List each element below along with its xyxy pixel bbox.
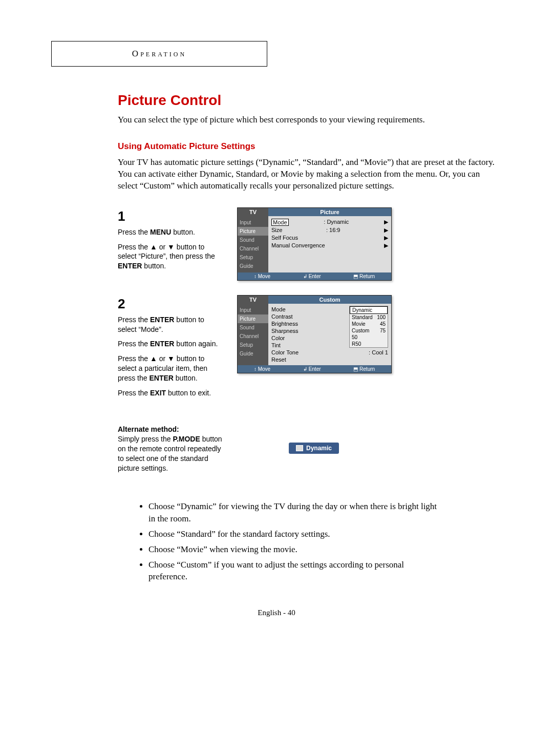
submenu-val: 100 xyxy=(377,314,386,320)
osd-side-item: Guide xyxy=(238,262,268,270)
osd-legend: ↕ Move ↲ Enter ⬒ Return xyxy=(238,272,391,280)
alternate-method: Alternate method: Simply press the P.MOD… xyxy=(118,417,502,480)
osd-sidebar: Input Picture Sound Channel Setup Guide xyxy=(238,216,268,272)
picture-icon xyxy=(296,445,303,451)
text: Press the xyxy=(118,340,150,348)
osd-side-item: Input xyxy=(238,306,268,314)
osd-legend-item: ⬒ Return xyxy=(353,274,375,279)
list-item: Choose “Custom” if you want to adjust th… xyxy=(148,559,502,583)
text: Simply press the xyxy=(118,435,173,443)
text: button again. xyxy=(174,340,218,348)
osd-row-label: Mode xyxy=(271,306,286,312)
intro-text: You can select the type of picture which… xyxy=(118,114,502,126)
osd-side-item: Guide xyxy=(238,349,268,358)
submenu-val: 75 xyxy=(380,328,386,333)
osd-row-label: Color xyxy=(271,335,285,341)
osd-side-item: Picture xyxy=(238,314,268,323)
osd-row-label: Tint xyxy=(271,342,281,348)
osd-row-label: Self Focus xyxy=(271,235,298,241)
osd-side-item: Channel xyxy=(238,244,268,253)
osd-row-label: Color Tone xyxy=(271,349,299,355)
osd-screenshot-1: TV Picture Input Picture Sound Channel S… xyxy=(237,207,392,281)
osd-row-label: Reset xyxy=(271,356,286,363)
text: Press the xyxy=(118,389,150,397)
subheading: Using Automatic Picture Settings xyxy=(118,141,502,152)
osd-row-value: : Dynamic xyxy=(324,219,349,226)
osd-side-item: Input xyxy=(238,218,268,227)
step-number: 2 xyxy=(118,295,223,313)
text: button. xyxy=(174,374,198,382)
submenu-val: 50 xyxy=(352,334,357,340)
osd-row-value: : Cool 1 xyxy=(369,349,388,355)
alt-heading: Alternate method: xyxy=(118,425,179,433)
osd-legend-item: ↲ Enter xyxy=(303,366,321,372)
text: Press the xyxy=(118,316,150,324)
osd-title: Picture xyxy=(268,208,391,216)
mode-submenu: Dynamic Standard100 Movie45 Custom75 50 … xyxy=(349,306,388,348)
enter-button-label: ENTER xyxy=(150,316,174,324)
submenu-item: Standard xyxy=(352,314,373,320)
submenu-item: Dynamic xyxy=(352,307,372,313)
osd-screenshot-2: TV Custom Input Picture Sound Channel Se… xyxy=(237,295,392,373)
submenu-val: R50 xyxy=(352,341,361,347)
osd-row-value: : 16:9 xyxy=(326,227,341,234)
osd-legend-item: ↕ Move xyxy=(254,366,270,372)
osd-side-item: Channel xyxy=(238,332,268,341)
body-text: Your TV has automatic picture settings (… xyxy=(118,157,502,192)
osd-row-label: Manual Convergence xyxy=(271,242,325,249)
step-number: 1 xyxy=(118,207,223,225)
submenu-val: 45 xyxy=(380,321,386,327)
enter-button-label: ENTER xyxy=(150,340,174,348)
osd-row-label: Contrast xyxy=(271,313,293,320)
enter-button-label: ENTER xyxy=(118,262,142,270)
text: Press the xyxy=(118,228,150,236)
submenu-item: Custom xyxy=(352,328,369,333)
badge-label: Dynamic xyxy=(306,445,332,452)
submenu-item: Movie xyxy=(352,321,366,327)
section-header: Operation xyxy=(51,41,267,67)
pmode-button-label: P.MODE xyxy=(173,435,200,443)
osd-side-item: Setup xyxy=(238,253,268,262)
enter-button-label: ENTER xyxy=(149,374,173,382)
text: button. xyxy=(171,228,195,236)
osd-legend: ↕ Move ↲ Enter ⬒ Return xyxy=(238,365,391,373)
caret-right-icon: ▶ xyxy=(384,235,388,241)
page-title: Picture Control xyxy=(118,92,502,109)
text: Press the ▲ or ▼ button to select “Pictu… xyxy=(118,243,215,261)
notes-list: Choose “Dynamic” for viewing the TV duri… xyxy=(128,500,502,583)
osd-legend-item: ⬒ Return xyxy=(353,366,375,372)
exit-button-label: EXIT xyxy=(150,389,166,397)
menu-button-label: MENU xyxy=(150,228,171,236)
picture-mode-badge: Dynamic xyxy=(289,443,339,454)
osd-row-label: Mode xyxy=(271,219,289,226)
list-item: Choose “Movie” when viewing the movie. xyxy=(148,543,502,556)
osd-source: TV xyxy=(238,296,268,304)
text: button to exit. xyxy=(166,389,211,397)
list-item: Choose “Standard” for the standard facto… xyxy=(148,528,502,540)
step-2: 2 Press the ENTER button to select “Mode… xyxy=(118,295,502,403)
osd-legend-item: ↲ Enter xyxy=(303,274,321,279)
osd-legend-item: ↕ Move xyxy=(254,274,270,279)
osd-main: Mode: Contrast Brightness Sharpness Colo… xyxy=(268,304,391,365)
list-item: Choose “Dynamic” for viewing the TV duri… xyxy=(148,500,502,525)
osd-side-item: Sound xyxy=(238,323,268,332)
caret-right-icon: ▶ xyxy=(384,219,388,226)
osd-side-item: Sound xyxy=(238,236,268,244)
osd-side-item: Setup xyxy=(238,341,268,349)
osd-row-label: Size xyxy=(271,227,282,234)
osd-row-label: Sharpness xyxy=(271,328,299,334)
osd-sidebar: Input Picture Sound Channel Setup Guide xyxy=(238,304,268,365)
text: button. xyxy=(142,262,166,270)
osd-side-item: Picture xyxy=(238,227,268,236)
caret-right-icon: ▶ xyxy=(384,227,388,234)
osd-source: TV xyxy=(238,208,268,216)
osd-row-label: Brightness xyxy=(271,321,298,327)
step-1: 1 Press the MENU button. Press the ▲ or … xyxy=(118,207,502,281)
page-footer: English - 40 xyxy=(51,608,502,617)
osd-title: Custom xyxy=(268,296,391,304)
caret-right-icon: ▶ xyxy=(384,242,388,249)
osd-badge-area: Dynamic xyxy=(237,417,391,479)
osd-main: Mode: Dynamic▶ Size: 16:9▶ Self Focus▶ M… xyxy=(268,216,391,272)
